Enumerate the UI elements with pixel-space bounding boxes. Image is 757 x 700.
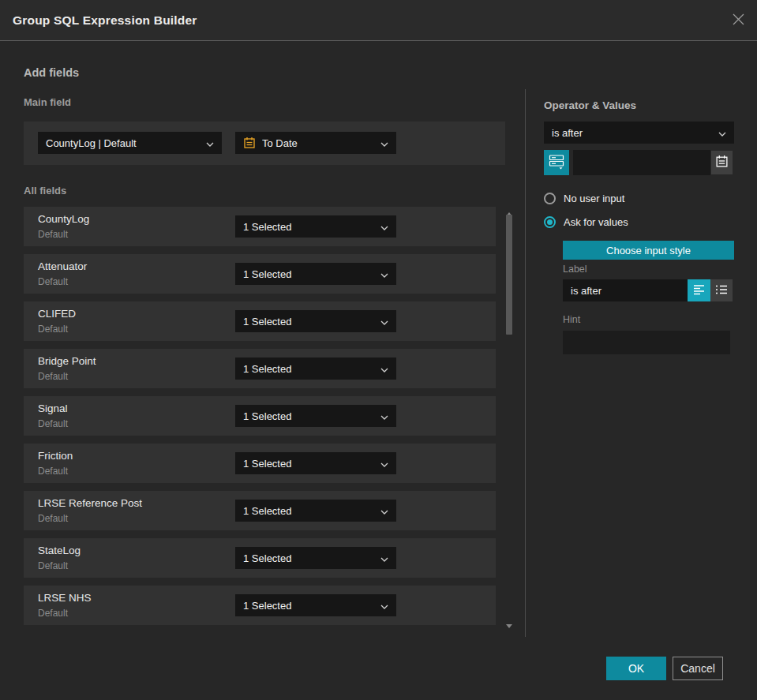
field-selected-select[interactable]: 1 Selected (235, 500, 396, 522)
field-subtitle: Default (38, 513, 68, 524)
date-field-select[interactable]: To Date (235, 132, 396, 154)
triangle-up-icon (506, 200, 512, 216)
field-subtitle: Default (38, 371, 68, 382)
field-selected-count: 1 Selected (243, 458, 376, 470)
list-style-button[interactable] (710, 279, 733, 301)
chevron-down-icon (380, 552, 388, 564)
field-name: CountyLog (38, 213, 89, 225)
field-name: LRSE Reference Post (38, 497, 142, 509)
field-selected-select[interactable]: 1 Selected (235, 215, 396, 238)
field-selected-count: 1 Selected (243, 600, 376, 612)
field-subtitle: Default (38, 466, 68, 477)
field-selected-count: 1 Selected (243, 221, 376, 233)
radio-circle-icon (544, 193, 556, 204)
field-subtitle: Default (38, 229, 68, 240)
main-field-select-value: CountyLog | Default (46, 137, 201, 149)
radio-ask-for-values-label: Ask for values (564, 216, 628, 228)
chevron-down-icon (380, 221, 388, 233)
section-title: Add fields (24, 66, 79, 79)
field-selected-count: 1 Selected (243, 410, 376, 422)
triangle-down-icon (506, 624, 512, 640)
hint-caption: Hint (563, 314, 580, 325)
all-fields-label: All fields (24, 185, 66, 197)
scroll-thumb[interactable] (506, 215, 512, 335)
chevron-down-icon (380, 505, 388, 517)
chevron-down-icon (380, 458, 388, 470)
field-name: Bridge Point (38, 355, 96, 367)
hint-input[interactable] (563, 331, 730, 354)
radio-ask-for-values[interactable]: Ask for values (544, 216, 628, 228)
field-name: CLIFED (38, 308, 76, 320)
label-input[interactable] (563, 279, 688, 301)
list-icon (715, 284, 728, 298)
group-sql-expression-builder-dialog: Group SQL Expression Builder Add fields … (0, 0, 757, 700)
titlebar: Group SQL Expression Builder (0, 0, 757, 41)
field-subtitle: Default (38, 608, 68, 619)
field-selected-count: 1 Selected (243, 363, 376, 375)
main-field-select[interactable]: CountyLog | Default (38, 132, 222, 154)
field-row: LRSE NHS Default 1 Selected (24, 586, 496, 625)
field-selected-select[interactable]: 1 Selected (235, 310, 396, 332)
close-button[interactable] (729, 11, 748, 30)
cancel-button[interactable]: Cancel (673, 657, 723, 680)
values-list-icon (549, 154, 564, 172)
calendar-icon (243, 137, 256, 149)
value-date-input[interactable] (573, 150, 710, 175)
label-caption: Label (563, 264, 587, 275)
chevron-down-icon (380, 363, 388, 375)
main-field-label: Main field (24, 96, 71, 108)
scroll-down-button[interactable] (505, 628, 513, 634)
radio-no-user-input-label: No user input (564, 193, 624, 204)
field-subtitle: Default (38, 418, 68, 429)
chevron-down-icon (206, 137, 214, 149)
field-selected-count: 1 Selected (243, 505, 376, 517)
field-subtitle: Default (38, 324, 68, 335)
fields-list-scrollbar (505, 200, 513, 634)
main-field-panel: CountyLog | Default To Date (24, 122, 505, 165)
field-name: LRSE NHS (38, 592, 92, 604)
field-row: Signal Default 1 Selected (24, 396, 496, 436)
dialog-title: Group SQL Expression Builder (13, 13, 197, 28)
radio-no-user-input[interactable]: No user input (544, 193, 624, 204)
operator-select[interactable]: is after (544, 122, 734, 144)
field-selected-select[interactable]: 1 Selected (235, 357, 396, 380)
field-name: Friction (38, 450, 73, 462)
calendar-button[interactable] (711, 151, 733, 174)
field-row: Attenuator Default 1 Selected (24, 254, 496, 294)
operator-values-heading: Operator & Values (544, 99, 636, 111)
close-icon (732, 13, 745, 28)
chevron-down-icon (380, 137, 388, 149)
radio-circle-checked-icon (544, 216, 556, 228)
field-row: CLIFED Default 1 Selected (24, 301, 496, 341)
field-row: Bridge Point Default 1 Selected (24, 349, 496, 388)
field-selected-count: 1 Selected (243, 268, 376, 280)
field-selected-select[interactable]: 1 Selected (235, 594, 396, 616)
field-selected-select[interactable]: 1 Selected (235, 452, 396, 474)
field-subtitle: Default (38, 276, 68, 287)
panel-divider (525, 89, 526, 637)
chevron-down-icon (380, 410, 388, 422)
chevron-down-icon (380, 268, 388, 280)
ok-button[interactable]: OK (606, 657, 666, 680)
align-left-style-button[interactable] (688, 279, 710, 301)
calendar-icon (715, 155, 729, 170)
operator-select-value: is after (552, 127, 714, 139)
field-selected-count: 1 Selected (243, 316, 376, 328)
align-left-icon (693, 284, 706, 298)
field-name: Signal (38, 402, 68, 414)
field-selected-select[interactable]: 1 Selected (235, 547, 396, 569)
chevron-down-icon (380, 316, 388, 328)
field-row: CountyLog Default 1 Selected (24, 207, 496, 246)
field-name: Attenuator (38, 260, 87, 272)
field-selected-select[interactable]: 1 Selected (235, 405, 396, 427)
chevron-down-icon (718, 127, 726, 139)
values-list-button[interactable] (544, 150, 569, 175)
field-selected-select[interactable]: 1 Selected (235, 263, 396, 285)
scroll-up-button[interactable] (505, 200, 513, 207)
field-row: LRSE Reference Post Default 1 Selected (24, 491, 496, 530)
field-row: Friction Default 1 Selected (24, 444, 496, 483)
date-field-select-value: To Date (262, 137, 376, 149)
field-row: StateLog Default 1 Selected (24, 538, 496, 578)
field-subtitle: Default (38, 560, 68, 571)
choose-input-style-button[interactable]: Choose input style (563, 241, 734, 260)
